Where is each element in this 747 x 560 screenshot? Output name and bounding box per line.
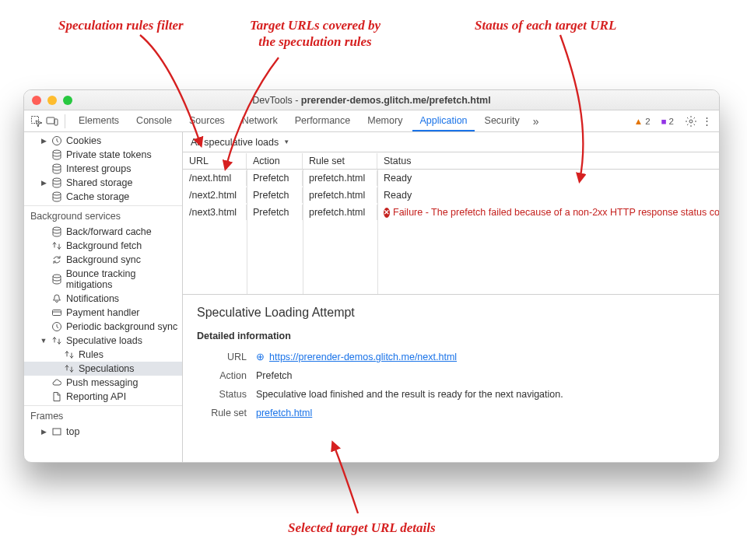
globe-icon: ⊕ [256,352,265,362]
table-row[interactable]: /next3.htmlPrefetchprefetch.html✕Failure… [183,204,719,221]
svg-point-10 [53,275,61,278]
window-title: DevTools - prerender-demos.glitch.me/pre… [24,95,719,106]
sidebar-item-label: Speculations [79,363,135,374]
tab-network[interactable]: Network [235,111,285,131]
sidebar-item-reporting-api[interactable]: Reporting API [24,390,182,404]
sidebar-item-back-forward-cache[interactable]: Back/forward cache [24,225,182,239]
sidebar-item-private-state-tokens[interactable]: Private state tokens [24,148,182,162]
col-status[interactable]: Status [377,153,719,169]
table-header: URL Action Rule set Status [183,152,719,170]
svg-point-3 [689,120,693,123]
col-action[interactable]: Action [247,153,303,169]
sidebar-item-label: Cache storage [66,191,129,202]
sidebar-item-bounce-tracking-mitigations[interactable]: Bounce tracking mitigations [24,267,182,292]
sidebar-item-label: Background sync [66,254,141,265]
tab-memory[interactable]: Memory [360,111,409,131]
tab-elements[interactable]: Elements [72,111,126,131]
sync-icon [51,254,62,265]
sidebar-item-background-sync[interactable]: Background sync [24,253,182,267]
sidebar-item-payment-handler[interactable]: Payment handler [24,306,182,320]
sidebar-item-label: Speculative loads [66,335,142,346]
cell-action: Prefetch [247,187,303,203]
db-icon [51,226,62,237]
sidebar-item-cookies[interactable]: ▶Cookies [24,134,182,148]
sidebar-item-speculative-loads[interactable]: ▼Speculative loads [24,334,182,348]
detail-subheading: Detailed information [197,331,705,341]
sidebar-item-cache-storage[interactable]: Cache storage [24,190,182,204]
cell-url: /next.html [183,170,247,186]
ud-icon [51,335,62,346]
sidebar-item-shared-storage[interactable]: ▶Shared storage [24,176,182,190]
sidebar-item-label: Cookies [66,135,101,146]
sidebar-item-notifications[interactable]: Notifications [24,292,182,306]
doc-icon [51,391,62,402]
col-url[interactable]: URL [183,153,247,169]
tab-console[interactable]: Console [129,111,179,131]
detail-action-label: Action [197,370,247,381]
warnings-badge[interactable]: ▲2 [634,117,651,126]
cloud-icon [51,377,62,388]
more-tabs-button[interactable]: » [530,115,542,128]
speculative-loads-filter[interactable]: All speculative loads▼ [183,132,719,152]
sidebar-heading-frames: Frames [24,406,182,425]
svg-rect-0 [32,116,39,123]
detail-action-value: Prefetch [256,370,705,381]
svg-rect-2 [54,119,58,125]
db-icon [51,149,62,160]
settings-icon[interactable] [685,115,697,128]
sidebar-item-label: Notifications [66,293,119,304]
disclosure-icon: ▼ [40,337,47,345]
detail-status-label: Status [197,389,247,400]
chevron-down-icon: ▼ [283,138,289,145]
card-icon [51,307,62,318]
svg-point-5 [53,150,61,153]
clock-icon [51,135,62,146]
svg-point-6 [53,164,61,167]
tab-sources[interactable]: Sources [182,111,232,131]
cell-ruleset: prefetch.html [303,187,377,203]
sidebar-item-background-fetch[interactable]: Background fetch [24,239,182,253]
kebab-icon[interactable]: ⋮ [700,115,713,128]
sidebar-heading-background-services: Background services [24,206,182,225]
bell-icon [51,293,62,304]
detail-status-value: Speculative load finished and the result… [256,389,705,400]
sidebar-item-speculations[interactable]: Speculations [24,362,182,376]
tab-performance[interactable]: Performance [288,111,358,131]
table-row[interactable]: /next.htmlPrefetchprefetch.htmlReady [183,170,719,187]
detail-title: Speculative Loading Attempt [197,306,705,320]
detail-url-label: URL [197,352,247,362]
sidebar-item-push-messaging[interactable]: Push messaging [24,376,182,390]
sidebar-item-top[interactable]: ▶top [24,425,182,439]
inspect-icon[interactable] [30,115,43,128]
application-sidebar: ▶CookiesPrivate state tokensInterest gro… [24,132,183,462]
detail-url-link[interactable]: https://prerender-demos.glitch.me/next.h… [269,352,457,362]
svg-point-7 [53,178,61,181]
ud-icon [64,363,75,374]
cell-url: /next2.html [183,187,247,203]
sidebar-item-label: Payment handler [66,307,140,318]
tab-security[interactable]: Security [478,111,527,131]
tab-application[interactable]: Application [412,111,474,131]
annotation-targets: Target URLs covered by the speculation r… [230,17,401,51]
issues-badge[interactable]: ■2 [661,117,674,126]
svg-point-8 [53,192,61,195]
sidebar-item-periodic-background-sync[interactable]: Periodic background sync [24,320,182,334]
device-icon[interactable] [46,115,58,128]
sidebar-item-label: Background fetch [66,240,142,251]
status-error: ✕Failure - The prefetch failed because o… [384,207,713,218]
cell-ruleset: prefetch.html [303,170,377,186]
col-ruleset[interactable]: Rule set [303,153,377,169]
cell-status: ✕Failure - The prefetch failed because o… [377,205,719,220]
annotation-details: Selected target URL details [288,520,436,536]
svg-rect-1 [47,117,54,124]
frame-icon [51,426,62,437]
sidebar-item-label: top [66,426,79,437]
table-row[interactable]: /next2.htmlPrefetchprefetch.htmlReady [183,187,719,204]
detail-ruleset-link[interactable]: prefetch.html [256,408,312,418]
sidebar-item-rules[interactable]: Rules [24,348,182,362]
error-icon: ✕ [384,208,390,218]
titlebar: DevTools - prerender-demos.glitch.me/pre… [24,90,719,110]
main-content: All speculative loads▼ URL Action Rule s… [183,132,719,462]
sidebar-item-label: Shared storage [66,177,132,188]
sidebar-item-interest-groups[interactable]: Interest groups [24,162,182,176]
